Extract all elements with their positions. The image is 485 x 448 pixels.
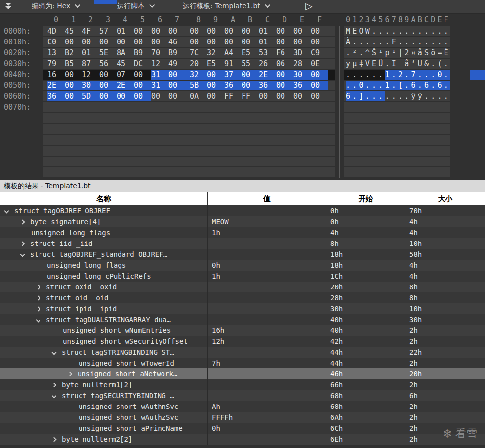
- hex-byte[interactable]: 87: [82, 59, 99, 69]
- ascii-char[interactable]: E: [372, 59, 378, 69]
- ascii-char[interactable]: .: [431, 37, 437, 47]
- ascii-char[interactable]: .: [398, 37, 404, 47]
- hex-byte[interactable]: 49: [168, 59, 190, 69]
- ascii-char[interactable]: &: [424, 59, 431, 69]
- ascii-char[interactable]: ²: [352, 48, 359, 58]
- hex-byte[interactable]: E5: [207, 59, 224, 69]
- ascii-char[interactable]: 0: [359, 81, 365, 90]
- ascii-char[interactable]: .: [431, 70, 437, 80]
- hex-byte[interactable]: 00: [242, 70, 259, 80]
- ascii-char[interactable]: |: [398, 48, 404, 58]
- ascii-char[interactable]: ¤: [411, 48, 418, 58]
- hex-byte[interactable]: B2: [65, 48, 82, 58]
- hex-byte[interactable]: 00: [134, 81, 151, 90]
- ascii-char[interactable]: É: [444, 48, 450, 58]
- ascii-char[interactable]: .: [365, 70, 372, 80]
- expand-arrow-icon[interactable]: [36, 285, 41, 289]
- ascii-char[interactable]: .: [372, 26, 378, 36]
- hex-byte[interactable]: 36: [47, 91, 65, 101]
- ascii-char[interactable]: ¹: [392, 48, 398, 58]
- ascii-char[interactable]: ÿ: [411, 91, 418, 101]
- ascii-char[interactable]: V: [365, 59, 372, 69]
- ascii-char[interactable]: .: [359, 48, 365, 58]
- ascii-char[interactable]: .: [444, 91, 450, 101]
- hex-byte[interactable]: 46: [168, 37, 190, 47]
- ascii-char[interactable]: .: [404, 37, 411, 47]
- template-row[interactable]: byte signature[4]MEOW0h4h: [0, 216, 485, 227]
- hex-byte[interactable]: 32: [207, 48, 224, 58]
- ascii-char[interactable]: .: [431, 26, 437, 36]
- collapse-arrow-icon[interactable]: [4, 208, 9, 213]
- ascii-char[interactable]: ^: [365, 48, 372, 58]
- hex-byte[interactable]: 00: [168, 26, 190, 36]
- hex-byte[interactable]: 0A: [190, 91, 207, 101]
- ascii-char[interactable]: .: [372, 91, 378, 101]
- ascii-char[interactable]: å: [404, 59, 411, 69]
- hex-byte[interactable]: 37: [224, 70, 242, 80]
- hex-byte[interactable]: 00: [224, 37, 242, 47]
- hex-byte[interactable]: 5B: [190, 81, 207, 90]
- ascii-char[interactable]: .: [424, 70, 431, 80]
- ascii-char[interactable]: .: [418, 70, 424, 80]
- hex-byte[interactable]: F6: [276, 48, 293, 58]
- ascii-char[interactable]: .: [411, 37, 418, 47]
- hex-byte[interactable]: 30: [293, 70, 311, 80]
- hex-byte[interactable]: 20: [190, 59, 207, 69]
- ascii-char[interactable]: .: [424, 26, 431, 36]
- template-row[interactable]: unsigned long flags1h4h4h: [0, 227, 485, 238]
- hex-byte[interactable]: 36: [293, 81, 311, 90]
- ascii-char[interactable]: 6: [424, 81, 431, 90]
- ascii-char[interactable]: ¹: [378, 48, 385, 58]
- expand-arrow-icon[interactable]: [20, 219, 25, 224]
- hex-byte[interactable]: B9: [134, 48, 151, 58]
- hex-byte[interactable]: 2E: [47, 81, 65, 90]
- hex-byte[interactable]: 7C: [190, 48, 207, 58]
- template-row[interactable]: struct tagOBJREF_standard OBJREF…18h58h: [0, 249, 485, 260]
- collapse-arrow-icon[interactable]: [36, 317, 41, 322]
- ascii-char[interactable]: W: [365, 26, 372, 36]
- ascii-char[interactable]: .: [352, 37, 359, 47]
- hex-byte[interactable]: 00: [117, 37, 134, 47]
- ascii-char[interactable]: .: [372, 37, 378, 47]
- expand-arrow-icon[interactable]: [52, 382, 57, 387]
- hex-byte[interactable]: 01: [117, 26, 134, 36]
- ascii-char[interactable]: .: [404, 91, 411, 101]
- ascii-char[interactable]: y: [346, 59, 352, 69]
- ascii-char[interactable]: .: [352, 91, 359, 101]
- template-row[interactable]: unsigned short wTowerId7h44h2h: [0, 358, 485, 368]
- ascii-char[interactable]: 1: [385, 81, 392, 90]
- hex-byte[interactable]: 00: [293, 91, 311, 101]
- hex-byte[interactable]: 00: [293, 37, 311, 47]
- ascii-char[interactable]: F: [392, 37, 398, 47]
- play-icon[interactable]: ▷: [305, 0, 313, 11]
- ascii-char[interactable]: .: [359, 37, 365, 47]
- ascii-char[interactable]: .: [444, 26, 450, 36]
- ascii-char[interactable]: .: [404, 26, 411, 36]
- hex-byte[interactable]: 79: [47, 59, 65, 69]
- ascii-char[interactable]: .: [346, 48, 352, 58]
- ascii-char[interactable]: .: [365, 37, 372, 47]
- hex-byte[interactable]: 00: [151, 91, 168, 101]
- ascii-char[interactable]: 6: [411, 81, 418, 90]
- hex-byte[interactable]: 12: [82, 70, 99, 80]
- ascii-char[interactable]: .: [346, 81, 352, 90]
- hex-byte[interactable]: 36: [259, 81, 276, 90]
- hex-byte[interactable]: C9: [311, 48, 328, 58]
- hex-byte[interactable]: FF: [224, 91, 242, 101]
- template-row[interactable]: unsigned short aPrincName0h6Ch2h: [0, 423, 485, 434]
- hex-byte[interactable]: 00: [99, 37, 117, 47]
- hex-byte[interactable]: 4D: [47, 26, 65, 36]
- hex-byte[interactable]: 00: [134, 26, 151, 36]
- ascii-char[interactable]: Ü: [378, 59, 385, 69]
- hex-byte[interactable]: 00: [311, 26, 328, 36]
- hex-byte[interactable]: 00: [207, 91, 224, 101]
- ascii-char[interactable]: å: [418, 48, 424, 58]
- expand-arrow-icon[interactable]: [36, 295, 41, 300]
- template-row[interactable]: unsigned long flags0h18h4h: [0, 260, 485, 271]
- hex-byte[interactable]: 32: [190, 70, 207, 80]
- hex-byte[interactable]: 06: [276, 59, 293, 69]
- expand-arrow-icon[interactable]: [68, 371, 73, 376]
- ascii-char[interactable]: U: [418, 59, 424, 69]
- ascii-char[interactable]: p: [385, 48, 392, 58]
- hex-byte[interactable]: E5: [242, 48, 259, 58]
